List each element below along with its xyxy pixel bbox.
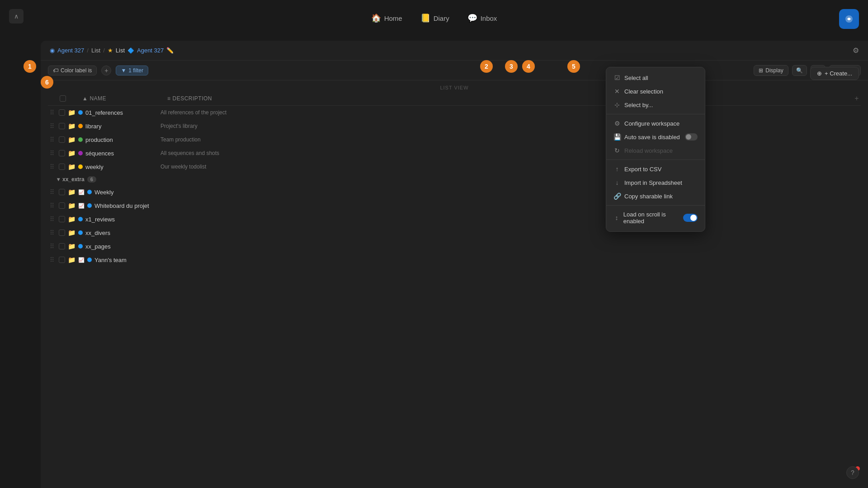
filter-count-chip[interactable]: ▼ 1 filter	[116, 66, 148, 75]
list-view-label: LIST VIEW	[48, 82, 861, 91]
drag-handle[interactable]: ⠿	[50, 122, 56, 130]
drag-handle[interactable]: ⠿	[50, 229, 56, 236]
list-item[interactable]: ⠿ 📁 séquences All sequences and shots	[48, 146, 861, 160]
copy-link-icon: 🔗	[613, 192, 621, 200]
menu-divider-1	[606, 114, 705, 114]
list-scroll: ⠿ 📁 01_references All references of the …	[48, 106, 861, 267]
drag-handle[interactable]: ⠿	[50, 109, 56, 116]
list-item[interactable]: ⠿ 📁 xx_pages	[48, 239, 861, 253]
col-add-header[interactable]: +	[854, 94, 859, 103]
help-button[interactable]: ?	[846, 466, 859, 479]
configure-workspace-label: Configure workspace	[624, 120, 679, 127]
drag-handle[interactable]: ⠿	[50, 202, 56, 209]
breadcrumb-list1[interactable]: List	[91, 47, 100, 54]
row-checkbox-8[interactable]	[59, 216, 65, 222]
list-item[interactable]: ⠿ 📁 📈 Weekly	[48, 185, 861, 199]
display-button[interactable]: ⊞ Display	[754, 65, 788, 76]
row-checkbox-2[interactable]	[59, 123, 65, 129]
drag-handle[interactable]: ⠿	[50, 163, 56, 170]
desc-icon: ≡	[167, 95, 171, 102]
folder-icon: 📁	[68, 136, 75, 143]
list-item[interactable]: ⠿ 📁 library Project's library	[48, 119, 861, 133]
top-nav: 🏠 Home 📒 Diary 💬 Inbox	[0, 0, 868, 36]
badge-5: 5	[567, 60, 580, 73]
drag-handle[interactable]: ⠿	[50, 243, 56, 250]
auto-save-toggle[interactable]	[685, 133, 698, 141]
app-icon[interactable]	[839, 9, 859, 29]
import-spreadsheet-icon: ↓	[613, 179, 621, 186]
drag-handle[interactable]: ⠿	[50, 150, 56, 157]
folder-icon: 📁	[68, 243, 75, 250]
collapse-button[interactable]: ∧	[9, 9, 24, 23]
clear-selection-item[interactable]: ✕ Clear selection	[606, 84, 705, 98]
list-item[interactable]: ⠿ 📁 📈 Yann's team	[48, 253, 861, 267]
filter-add-button[interactable]: +	[101, 66, 111, 75]
inbox-label: Inbox	[481, 14, 497, 22]
chart-icon: 📈	[78, 189, 85, 195]
row-name: Whiteboard du projet	[94, 202, 167, 209]
import-spreadsheet-item[interactable]: ↓ Import in Spreadsheet	[606, 176, 705, 189]
breadcrumb-agent[interactable]: Agent 327	[57, 47, 84, 54]
chart-icon: 📈	[78, 203, 85, 209]
nav-home[interactable]: 🏠 Home	[371, 13, 402, 23]
select-by-item[interactable]: ⊹ Select by...	[606, 98, 705, 112]
drag-handle[interactable]: ⠿	[50, 216, 56, 223]
folder-icon: 📁	[68, 109, 75, 116]
row-checkbox-10[interactable]	[59, 243, 65, 249]
filter-chip[interactable]: 🏷 Color label is	[48, 66, 97, 75]
row-checkbox-9[interactable]	[59, 230, 65, 236]
list-item[interactable]: ⠿ 📁 📈 Whiteboard du projet	[48, 199, 861, 212]
list-item[interactable]: ⠿ 📁 weekly Our weekly todolist	[48, 160, 861, 174]
reload-workspace-item[interactable]: ↻ Reload workspace	[606, 144, 705, 157]
list-item[interactable]: ⠿ 📁 xx_divers	[48, 226, 861, 239]
nav-diary[interactable]: 📒 Diary	[420, 13, 449, 23]
create-label: + Create...	[825, 70, 852, 77]
badge-2: 2	[480, 60, 493, 73]
settings-gear[interactable]: ⚙	[853, 46, 859, 55]
drag-handle[interactable]: ⠿	[50, 136, 56, 143]
configure-workspace-item[interactable]: ⚙ Configure workspace	[606, 117, 705, 130]
row-checkbox-5[interactable]	[59, 164, 65, 170]
nav-inbox[interactable]: 💬 Inbox	[467, 13, 497, 23]
row-checkbox-11[interactable]	[59, 257, 65, 263]
create-button[interactable]: ⊕ + Create...	[810, 67, 859, 80]
export-csv-label: Export to CSV	[624, 166, 661, 173]
search-button[interactable]: 🔍	[792, 65, 807, 76]
row-checkbox-7[interactable]	[59, 202, 65, 209]
export-csv-icon: ↑	[613, 165, 621, 173]
row-checkbox-1[interactable]	[59, 109, 65, 116]
auto-save-item[interactable]: 💾 Auto save is disabled	[606, 130, 705, 144]
load-on-scroll-item[interactable]: ↕ Load on scroll is enabled	[606, 208, 705, 228]
drag-handle[interactable]: ⠿	[50, 188, 56, 196]
folder-icon: 📁	[68, 163, 75, 170]
row-name: x1_reviews	[85, 216, 158, 223]
filter-bar: 🏷 Color label is + ▼ 1 filter ⊞ Display …	[41, 61, 868, 80]
list-item[interactable]: ⠿ 📁 x1_reviews	[48, 212, 861, 226]
drag-handle[interactable]: ⠿	[50, 256, 56, 263]
chevron-up-icon: ∧	[14, 13, 19, 20]
folder-icon: 📁	[68, 188, 75, 196]
row-name: 01_references	[85, 109, 158, 116]
import-spreadsheet-label: Import in Spreadsheet	[624, 179, 682, 186]
select-all-item[interactable]: ☑ Select all	[606, 71, 705, 84]
clear-selection-label: Clear selection	[624, 88, 663, 95]
breadcrumb-list2[interactable]: List	[116, 47, 125, 54]
row-checkbox-4[interactable]	[59, 150, 65, 156]
row-checkbox-3[interactable]	[59, 136, 65, 143]
xx-extra-header[interactable]: ▾ xx_extra 6	[48, 174, 861, 185]
auto-save-icon: 💾	[613, 133, 621, 141]
breadcrumb-agent2[interactable]: Agent 327	[137, 47, 164, 54]
export-csv-item[interactable]: ↑ Export to CSV	[606, 162, 705, 176]
folder-icon: 📁	[68, 216, 75, 223]
edit-icon[interactable]: ✏️	[166, 47, 174, 54]
row-name: production	[85, 136, 158, 143]
list-item[interactable]: ⠿ 📁 01_references All references of the …	[48, 106, 861, 119]
badge-3: 3	[505, 60, 518, 73]
copy-link-item[interactable]: 🔗 Copy sharable link	[606, 189, 705, 203]
menu-divider-3	[606, 205, 705, 206]
row-checkbox-6[interactable]	[59, 189, 65, 195]
load-on-scroll-toggle[interactable]	[683, 214, 698, 222]
list-item[interactable]: ⠿ 📁 production Team production	[48, 133, 861, 146]
list-container: LIST VIEW ▲ NAME ≡ DESCRIPTION + ⠿ 📁	[41, 82, 868, 267]
header-checkbox[interactable]	[60, 95, 66, 102]
